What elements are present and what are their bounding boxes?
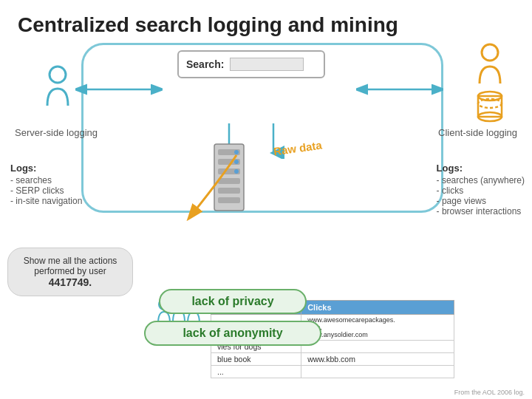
logs-left: Logs: - searches - SERP clicks - in-site…: [10, 163, 82, 206]
logs-right: Logs: - searches (anywhere) - clicks - p…: [437, 163, 525, 216]
logs-right-title: Logs:: [437, 163, 525, 174]
table-cell-clicks-3: www.kbb.com: [301, 353, 454, 366]
table-cell-query-4: ...: [211, 366, 301, 378]
page-title: Centralized search logging and mining: [18, 13, 514, 37]
search-input-visual: [230, 58, 304, 71]
left-person-icon: [44, 65, 71, 108]
log-right-item-2: - clicks: [437, 185, 525, 196]
orange-arrow: [177, 148, 266, 236]
attribution: From the AOL 2006 log.: [454, 389, 525, 396]
main-page: Centralized search logging and mining Se…: [0, 0, 532, 399]
cloud-text: Show me all the actions performed by use…: [24, 256, 117, 276]
right-person-area: [464, 43, 516, 124]
search-box: Search:: [177, 50, 325, 78]
log-left-item-1: - searches: [10, 175, 82, 185]
table-row: blue book www.kbb.com: [211, 353, 454, 366]
privacy-banner: lack of privacy: [159, 289, 307, 314]
table-row: ...: [211, 366, 454, 378]
svg-point-1: [482, 44, 498, 61]
anonymity-banner: lack of anonymity: [144, 321, 321, 346]
table-cell-clicks-4: [301, 366, 454, 378]
log-left-item-3: - in-site navigation: [10, 196, 82, 206]
log-right-item-3: - page views: [437, 196, 525, 206]
table-cell-clicks-2: [301, 341, 454, 353]
server-side-label: Server-side logging: [15, 127, 98, 138]
log-right-item-1: - searches (anywhere): [437, 175, 525, 185]
logs-left-title: Logs:: [10, 163, 82, 174]
table-cell-query-3: blue book: [211, 353, 301, 366]
left-arrow: [75, 81, 163, 98]
client-side-label: Client-side logging: [438, 127, 517, 138]
log-right-item-4: - browser interactions: [437, 206, 525, 216]
table-header-clicks: Clicks: [301, 301, 454, 315]
table-cell-clicks-1: www.awesomecarepackages.com,www.anysoldi…: [301, 315, 454, 341]
log-left-item-2: - SERP clicks: [10, 185, 82, 196]
cloud-bubble: Show me all the actions performed by use…: [7, 248, 133, 296]
search-label: Search:: [186, 58, 224, 70]
cloud-user-id: 4417749.: [49, 276, 92, 288]
svg-point-0: [50, 66, 66, 83]
right-arrow: [356, 81, 443, 98]
